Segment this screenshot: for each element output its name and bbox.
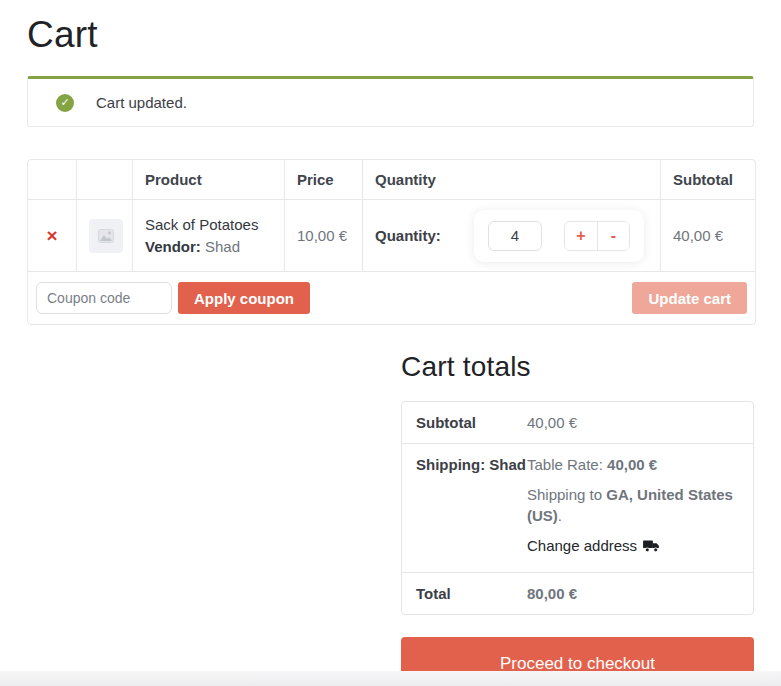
cart-totals-section: Cart totals Subtotal 40,00 € Shipping: S… bbox=[401, 351, 754, 686]
notice-text: Cart updated. bbox=[96, 94, 187, 111]
vendor-label: Vendor: bbox=[145, 238, 201, 255]
column-header-price: Price bbox=[284, 160, 362, 200]
quantity-label: Quantity: bbox=[375, 227, 441, 244]
shipping-method-line: Table Rate: 40,00 € bbox=[527, 454, 739, 475]
cart-page: Cart ✓ Cart updated. Product Price Quant… bbox=[0, 14, 781, 686]
column-header-subtotal: Subtotal bbox=[660, 160, 755, 200]
quantity-stepper: + - bbox=[564, 221, 630, 251]
quantity-widget: + - bbox=[474, 210, 644, 262]
product-name[interactable]: Sack of Potatoes bbox=[145, 214, 272, 236]
change-address-line: Change address bbox=[527, 535, 739, 556]
column-header-thumbnail bbox=[76, 160, 132, 200]
quantity-decrease-button[interactable]: - bbox=[597, 222, 629, 250]
shipping-row: Shipping: Shad Table Rate: 40,00 € Shipp… bbox=[402, 444, 753, 573]
check-circle-icon: ✓ bbox=[56, 94, 74, 112]
vendor-name: Shad bbox=[205, 238, 240, 255]
shipping-destination-line: Shipping to GA, United States (US). bbox=[527, 484, 739, 526]
column-header-product: Product bbox=[132, 160, 284, 200]
vendor-line: Vendor: Shad bbox=[145, 236, 272, 258]
quantity-input[interactable] bbox=[488, 221, 542, 251]
line-subtotal: 40,00 € bbox=[660, 200, 755, 272]
shipping-destination-prefix: Shipping to bbox=[527, 486, 606, 503]
page-title: Cart bbox=[27, 14, 754, 56]
quantity-increase-button[interactable]: + bbox=[565, 222, 597, 250]
subtotal-row: Subtotal 40,00 € bbox=[402, 402, 753, 444]
shipping-label: Shipping: Shad bbox=[416, 454, 527, 558]
product-thumbnail[interactable] bbox=[89, 219, 123, 253]
image-placeholder-icon bbox=[98, 229, 114, 243]
subtotal-value: 40,00 € bbox=[527, 412, 739, 433]
cart-totals-table: Subtotal 40,00 € Shipping: Shad Table Ra… bbox=[401, 401, 754, 615]
footer-strip bbox=[0, 671, 781, 686]
coupon-code-input[interactable] bbox=[36, 282, 172, 314]
shipping-method-amount: 40,00 € bbox=[607, 456, 657, 473]
cart-table-header-row: Product Price Quantity Subtotal bbox=[28, 160, 755, 200]
remove-item-button[interactable]: × bbox=[46, 226, 57, 245]
total-value: 80,00 € bbox=[527, 583, 739, 604]
update-cart-button[interactable]: Update cart bbox=[632, 282, 747, 314]
apply-coupon-button[interactable]: Apply coupon bbox=[178, 282, 310, 314]
column-header-remove bbox=[28, 160, 76, 200]
cart-item-row: × Sack of Potatoes Vendor: bbox=[28, 200, 755, 272]
cart-table: Product Price Quantity Subtotal × bbox=[27, 159, 756, 325]
cart-updated-notice: ✓ Cart updated. bbox=[27, 76, 754, 127]
subtotal-label: Subtotal bbox=[416, 412, 527, 433]
shipping-destination-suffix: . bbox=[558, 507, 562, 524]
change-address-link[interactable]: Change address bbox=[527, 537, 637, 554]
column-header-quantity: Quantity bbox=[362, 160, 660, 200]
cart-actions-row: Apply coupon Update cart bbox=[28, 272, 755, 324]
truck-icon bbox=[643, 539, 660, 553]
product-price: 10,00 € bbox=[284, 200, 362, 272]
cart-totals-title: Cart totals bbox=[401, 351, 754, 383]
total-label: Total bbox=[416, 583, 527, 604]
total-row: Total 80,00 € bbox=[402, 573, 753, 614]
shipping-method-prefix: Table Rate: bbox=[527, 456, 607, 473]
